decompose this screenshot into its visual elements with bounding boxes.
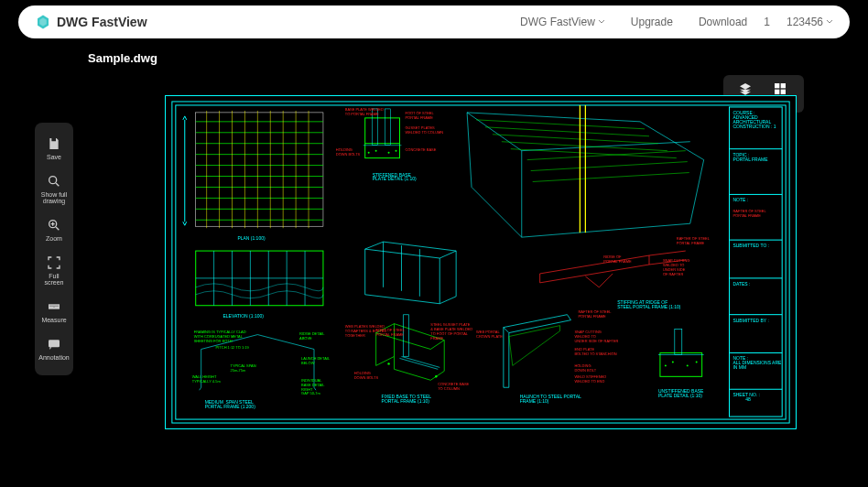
svg-line-74 xyxy=(476,120,645,129)
svg-text:GAP 50-7m: GAP 50-7m xyxy=(301,391,320,395)
svg-line-80 xyxy=(531,162,688,171)
svg-rect-5 xyxy=(781,83,786,88)
zoom-icon xyxy=(47,218,61,233)
svg-rect-3 xyxy=(49,340,60,347)
svg-text:TYPICAL SPAN25m-75m: TYPICAL SPAN25m-75m xyxy=(231,363,256,373)
app-name: DWG FastView xyxy=(57,15,147,29)
svg-text:MEDIUM  SPAN STEELPORTAL FRAME: MEDIUM SPAN STEELPORTAL FRAME (1:200) xyxy=(205,400,255,409)
nav-product[interactable]: DWG FastView xyxy=(520,16,605,28)
svg-text:STIFFENED BASEPLATE DETAIL (1:: STIFFENED BASEPLATE DETAIL (1:10) xyxy=(373,173,417,182)
nav-upgrade[interactable]: Upgrade xyxy=(631,16,673,28)
svg-point-103 xyxy=(387,363,389,364)
svg-text:GUSSET PLATESWELDED TO COLUMN: GUSSET PLATESWELDED TO COLUMN xyxy=(405,125,443,135)
svg-text:WELD STIFFENEDWELDED TO END: WELD STIFFENEDWELDED TO END xyxy=(574,374,606,384)
svg-text:COURSE :ADVANCEDARCHITECTURALC: COURSE :ADVANCEDARCHITECTURALCONSTRUCTIO… xyxy=(732,111,776,129)
file-name: Sample.dwg xyxy=(88,51,868,65)
annotation-icon xyxy=(47,337,61,352)
svg-point-120 xyxy=(665,364,667,366)
showfull-button[interactable]: Show full drawing xyxy=(39,168,69,211)
svg-text:FOOT OF STEELPORTAL FRAME: FOOT OF STEELPORTAL FRAME xyxy=(405,111,434,120)
svg-point-0 xyxy=(49,176,57,183)
chevron-down-icon xyxy=(826,18,833,26)
nav-download[interactable]: Download xyxy=(699,16,747,28)
topbar: DWG FastView DWG FastView Upgrade Downlo… xyxy=(18,5,850,38)
measure-icon xyxy=(47,299,61,314)
measure-button[interactable]: Measure xyxy=(39,293,68,330)
fullscreen-icon xyxy=(47,255,61,270)
svg-text:INDIVIDUALBASE DETAILRIGHT: INDIVIDUALBASE DETAILRIGHT xyxy=(301,378,325,392)
svg-line-79 xyxy=(527,151,686,160)
svg-text:RIDGE DETAILABOVE: RIDGE DETAILABOVE xyxy=(299,331,325,341)
svg-text:HAUNCH TO STEEL PORTALFRAME (1: HAUNCH TO STEEL PORTALFRAME (1:10) xyxy=(520,395,581,404)
svg-text:SHEET NO. :          48: SHEET NO. : 48 xyxy=(732,393,759,402)
svg-rect-4 xyxy=(775,83,779,88)
svg-line-76 xyxy=(493,135,658,144)
svg-text:FIXED BASE TO STEELPORTAL FRAM: FIXED BASE TO STEELPORTAL FRAME (1:10) xyxy=(382,395,432,404)
svg-text:RAFTER OF STEELPORTAL FRAME: RAFTER OF STEELPORTAL FRAME xyxy=(732,209,766,218)
svg-text:NOTE :: NOTE : xyxy=(732,198,748,202)
svg-rect-8 xyxy=(172,102,789,423)
svg-rect-118 xyxy=(675,330,682,355)
svg-rect-9 xyxy=(176,105,786,419)
svg-rect-6 xyxy=(775,90,779,94)
magnify-icon xyxy=(47,174,61,189)
svg-rect-117 xyxy=(660,352,702,376)
svg-text:HOLDINGDOWN BOLTS: HOLDINGDOWN BOLTS xyxy=(336,147,361,157)
svg-point-121 xyxy=(672,361,674,363)
svg-text:CONCRETE BASETO COLUMN: CONCRETE BASETO COLUMN xyxy=(438,382,469,391)
annotation-button[interactable]: Annotation xyxy=(37,330,71,368)
chevron-down-icon xyxy=(598,18,605,26)
save-button[interactable]: Save xyxy=(45,130,63,168)
svg-text:SNAP CUTTINGWELDED TOUNDER SID: SNAP CUTTINGWELDED TOUNDER SIDE OF RAFTE… xyxy=(574,330,618,343)
fullscreen-button[interactable]: Full screen xyxy=(42,249,65,293)
svg-text:ELEVATION  (1:100): ELEVATION (1:100) xyxy=(223,314,265,319)
svg-text:HOLDINGDOWN BOLT: HOLDINGDOWN BOLT xyxy=(574,363,596,373)
svg-text:PLAN (1:100): PLAN (1:100) xyxy=(237,236,265,241)
svg-point-65 xyxy=(375,150,377,152)
svg-text:PITCH  1:12 TO 1:19: PITCH 1:12 TO 1:19 xyxy=(216,345,250,350)
svg-text:FOOT OF STEELPORTAL FRAME: FOOT OF STEELPORTAL FRAME xyxy=(376,328,406,337)
zoom-button[interactable]: Zoom xyxy=(44,211,64,249)
svg-line-78 xyxy=(511,149,677,158)
svg-text:LAUNCH DETAILBELOW: LAUNCH DETAILBELOW xyxy=(301,356,331,365)
svg-text:RAFTER OF STEELPORTAL FRAME: RAFTER OF STEELPORTAL FRAME xyxy=(677,236,711,245)
svg-text:BASE PLATE WELDEDTO PORTAL FRA: BASE PLATE WELDEDTO PORTAL FRAME xyxy=(345,107,384,116)
svg-line-77 xyxy=(502,142,667,151)
svg-text:SUBMITTED BY :: SUBMITTED BY : xyxy=(732,319,768,323)
svg-point-123 xyxy=(696,361,698,363)
svg-line-75 xyxy=(485,127,649,136)
nav-user[interactable]: 123456 xyxy=(787,16,833,28)
left-toolbar: Save Show full drawing Zoom Full screen … xyxy=(35,123,73,375)
drawing-canvas[interactable]: COURSE :ADVANCEDARCHITECTURALCONSTRUCTIO… xyxy=(165,95,797,429)
svg-text:STEEL GUSSET PLATE& BASE PLATE: STEEL GUSSET PLATE& BASE PLATE WELDEDTO … xyxy=(430,322,472,341)
svg-text:WALL HEIGHTTYPICALLY 4.5m: WALL HEIGHTTYPICALLY 4.5m xyxy=(192,374,222,384)
svg-line-93 xyxy=(314,387,316,390)
svg-text:END PLATEBOLTED TO STANCHION: END PLATEBOLTED TO STANCHION xyxy=(574,347,616,356)
svg-line-81 xyxy=(533,173,689,182)
svg-text:DATES :: DATES : xyxy=(732,282,750,287)
svg-text:TOPIC :PORTAL FRAME: TOPIC :PORTAL FRAME xyxy=(732,153,768,162)
svg-text:RIDGE OFPORTAL FRAME: RIDGE OFPORTAL FRAME xyxy=(603,254,632,264)
app-logo: DWG FastView xyxy=(35,14,147,30)
svg-rect-62 xyxy=(385,109,391,146)
svg-text:NOTE :ALL DIMENSIONS AREIN MM: NOTE :ALL DIMENSIONS AREIN MM xyxy=(732,356,782,370)
svg-text:RAFTER OF STEELPORTAL FRAME: RAFTER OF STEELPORTAL FRAME xyxy=(578,309,612,319)
svg-text:SNAP CUTTINGWELDED TOUNDER SID: SNAP CUTTINGWELDED TOUNDER SIDEOF RAFTER xyxy=(663,258,689,276)
svg-point-66 xyxy=(388,152,390,154)
svg-point-104 xyxy=(435,375,437,377)
layout-icon xyxy=(773,81,787,96)
svg-point-122 xyxy=(687,364,689,366)
svg-text:SUBMITTED TO :: SUBMITTED TO : xyxy=(732,244,769,248)
save-icon xyxy=(47,136,61,151)
logo-icon xyxy=(35,14,51,30)
svg-text:WEB PORTALCROWN PLATE: WEB PORTALCROWN PLATE xyxy=(476,330,503,339)
svg-rect-59 xyxy=(365,118,400,158)
svg-point-64 xyxy=(368,152,370,154)
svg-text:FRAMING IS TYPICALLY CLADWITH : FRAMING IS TYPICALLY CLADWITH CORRUGATED… xyxy=(194,330,246,343)
layer-icon xyxy=(738,81,753,96)
svg-point-67 xyxy=(396,150,397,152)
nav-notification[interactable]: 1 xyxy=(764,16,770,28)
svg-text:CONCRETE BASE: CONCRETE BASE xyxy=(405,147,436,152)
svg-line-92 xyxy=(200,387,201,390)
svg-text:HOLDINGDOWN BOLTS: HOLDINGDOWN BOLTS xyxy=(354,371,379,380)
